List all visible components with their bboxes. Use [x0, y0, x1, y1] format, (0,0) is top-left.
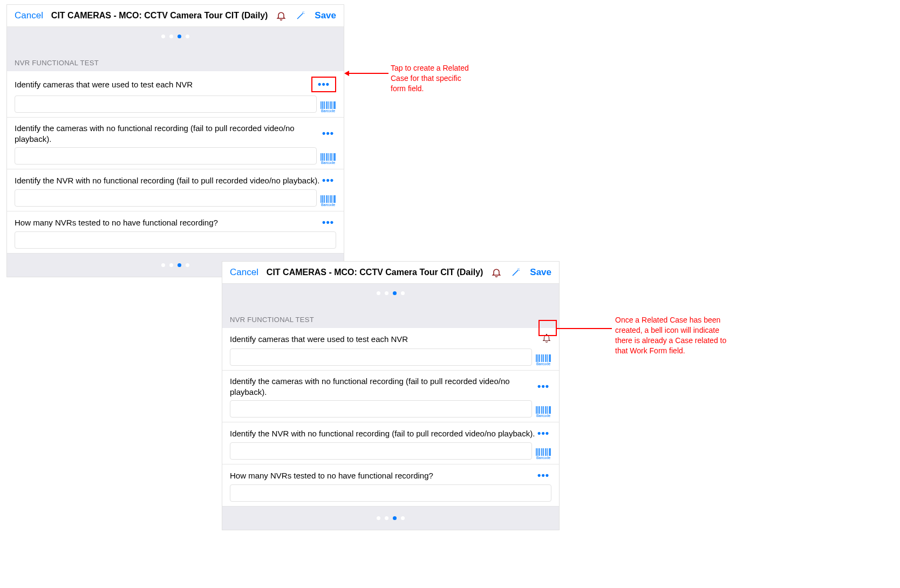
barcode-icon[interactable]: Barcode — [320, 153, 336, 165]
save-button[interactable]: Save — [530, 267, 551, 278]
field-label: Identify the cameras with no functional … — [230, 376, 535, 397]
text-input[interactable] — [15, 189, 317, 207]
barcode-icon[interactable]: Barcode — [535, 406, 551, 418]
header: Cancel CIT CAMERAS - MCO: CCTV Camera To… — [7, 5, 344, 27]
dot — [161, 263, 165, 267]
barcode-label: Barcode — [536, 362, 550, 366]
text-input[interactable] — [15, 95, 317, 113]
field-label: Identify the NVR with no functional reco… — [15, 175, 320, 186]
section-header: NVR FUNCTIONAL TEST — [222, 303, 559, 328]
dot — [401, 516, 405, 520]
form-field: Identify cameras that were used to test … — [7, 71, 344, 118]
more-dots-icon[interactable]: ••• — [316, 79, 332, 90]
dot — [377, 291, 380, 295]
barcode-icon[interactable]: Barcode — [535, 354, 551, 366]
save-button[interactable]: Save — [315, 10, 336, 21]
field-label: Identify cameras that were used to test … — [15, 79, 311, 90]
barcode-label: Barcode — [321, 109, 335, 113]
dot-active — [393, 516, 397, 520]
dot — [377, 516, 380, 520]
dot-active — [178, 263, 181, 267]
arrow-line — [346, 73, 388, 74]
dot — [186, 35, 189, 38]
form-field: Identify the NVR with no functional reco… — [7, 169, 344, 211]
section-header: NVR FUNCTIONAL TEST — [7, 46, 344, 71]
text-input[interactable] — [15, 231, 336, 249]
form-field: Identify the NVR with no functional reco… — [222, 422, 559, 464]
arrow-head-icon — [344, 71, 349, 76]
form-panel-2: Cancel CIT CAMERAS - MCO: CCTV Camera To… — [222, 261, 560, 530]
arrow-line — [557, 328, 612, 329]
field-label: How many NVRs tested to no have function… — [15, 217, 320, 228]
barcode-label: Barcode — [536, 456, 550, 460]
field-label: Identify cameras that were used to test … — [230, 334, 542, 345]
dot — [161, 35, 165, 38]
form-field: Identify cameras that were used to test … — [222, 328, 559, 371]
bell-icon[interactable] — [491, 267, 502, 278]
more-dots-icon[interactable]: ••• — [320, 175, 336, 186]
highlight-box — [538, 320, 557, 336]
cancel-button[interactable]: Cancel — [15, 10, 43, 21]
dot-active — [178, 35, 181, 38]
barcode-label: Barcode — [321, 203, 335, 207]
wand-icon[interactable] — [295, 10, 306, 21]
form-field: Identify the cameras with no functional … — [7, 118, 344, 169]
text-input[interactable] — [15, 147, 317, 165]
page-dots-top — [7, 27, 344, 46]
wand-icon[interactable] — [510, 267, 521, 278]
dot-active — [393, 291, 397, 295]
callout-text: Once a Related Case has been created, a … — [615, 315, 734, 356]
form-field: How many NVRs tested to no have function… — [222, 464, 559, 507]
dot — [186, 263, 189, 267]
field-label: Identify the NVR with no functional reco… — [230, 428, 535, 439]
barcode-icon[interactable]: Barcode — [535, 448, 551, 460]
page-dots-bottom — [222, 507, 559, 530]
page-dots-top — [222, 284, 559, 303]
page-title: CIT CAMERAS - MCO: CCTV Camera Tour CIT … — [43, 11, 276, 20]
barcode-label: Barcode — [536, 414, 550, 418]
header: Cancel CIT CAMERAS - MCO: CCTV Camera To… — [222, 262, 559, 284]
field-label: How many NVRs tested to no have function… — [230, 470, 535, 481]
bell-icon[interactable] — [276, 10, 287, 21]
barcode-icon[interactable]: Barcode — [320, 101, 336, 113]
dot — [169, 35, 173, 38]
form-panel-1: Cancel CIT CAMERAS - MCO: CCTV Camera To… — [6, 4, 344, 277]
callout-text: Tap to create a Related Case for that sp… — [391, 63, 477, 94]
dot — [385, 516, 388, 520]
more-dots-icon[interactable]: ••• — [535, 470, 551, 481]
form-field: Identify the cameras with no functional … — [222, 371, 559, 422]
more-dots-icon[interactable]: ••• — [535, 381, 551, 392]
text-input[interactable] — [230, 442, 532, 460]
text-input[interactable] — [230, 348, 532, 366]
barcode-icon[interactable]: Barcode — [320, 195, 336, 207]
form-field: How many NVRs tested to no have function… — [7, 211, 344, 254]
barcode-label: Barcode — [321, 161, 335, 165]
more-dots-icon[interactable]: ••• — [320, 128, 336, 139]
dot — [169, 263, 173, 267]
page-title: CIT CAMERAS - MCO: CCTV Camera Tour CIT … — [258, 268, 491, 277]
more-dots-icon[interactable]: ••• — [535, 428, 551, 439]
field-label: Identify the cameras with no functional … — [15, 123, 320, 144]
more-action-highlighted: ••• — [311, 77, 336, 92]
text-input[interactable] — [230, 484, 551, 502]
more-dots-icon[interactable]: ••• — [320, 217, 336, 228]
dot — [401, 291, 405, 295]
cancel-button[interactable]: Cancel — [230, 267, 258, 278]
text-input[interactable] — [230, 400, 532, 418]
dot — [385, 291, 388, 295]
